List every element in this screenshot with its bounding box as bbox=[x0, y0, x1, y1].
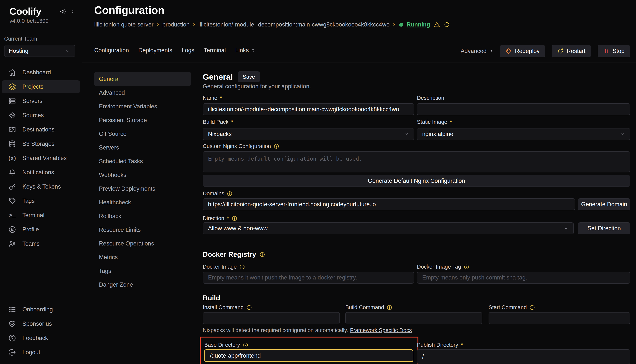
settings-nav-advanced[interactable]: Advanced bbox=[94, 86, 191, 100]
docker-image-input[interactable] bbox=[203, 272, 414, 284]
map-icon bbox=[8, 126, 16, 134]
settings-nav-git-source[interactable]: Git Source bbox=[94, 127, 191, 141]
domains-input[interactable] bbox=[203, 198, 575, 210]
install-command-input[interactable] bbox=[203, 312, 340, 324]
info-icon[interactable] bbox=[464, 264, 469, 270]
settings-nav-servers[interactable]: Servers bbox=[94, 141, 191, 154]
chevron-right-icon: › bbox=[157, 21, 159, 28]
info-icon[interactable] bbox=[232, 216, 237, 221]
sidebar-item-profile[interactable]: Profile bbox=[2, 223, 80, 236]
sidebar-item-notifications[interactable]: Notifications bbox=[2, 166, 80, 179]
breadcrumb-environment[interactable]: production bbox=[162, 21, 189, 28]
sidebar-item-label: Feedback bbox=[22, 335, 48, 342]
tab-configuration[interactable]: Configuration bbox=[94, 47, 129, 54]
users-icon bbox=[8, 240, 16, 248]
sidebar-item-tags[interactable]: Tags bbox=[2, 194, 80, 207]
settings-nav-persistent-storage[interactable]: Persistent Storage bbox=[94, 113, 191, 127]
info-icon[interactable] bbox=[260, 252, 265, 257]
sidebar-item-label: Teams bbox=[22, 240, 40, 247]
generate-nginx-button[interactable]: Generate Default Nginx Configuration bbox=[203, 175, 630, 187]
settings-nav-danger-zone[interactable]: Danger Zone bbox=[94, 278, 191, 292]
name-input[interactable] bbox=[203, 103, 414, 115]
custom-nginx-textarea[interactable] bbox=[203, 152, 630, 172]
settings-nav-environment-variables[interactable]: Environment Variables bbox=[94, 100, 191, 113]
app-logo[interactable]: Coolify bbox=[10, 6, 41, 17]
sidebar-item-servers[interactable]: Servers bbox=[2, 95, 80, 108]
settings-nav-rollback[interactable]: Rollback bbox=[94, 209, 191, 223]
team-select[interactable]: Hosting bbox=[4, 45, 75, 57]
sidebar-item-onboarding[interactable]: Onboarding bbox=[2, 303, 80, 316]
info-icon[interactable] bbox=[239, 264, 245, 270]
settings-nav-metrics[interactable]: Metrics bbox=[94, 250, 191, 264]
description-input[interactable] bbox=[417, 103, 630, 115]
settings-nav-resource-limits[interactable]: Resource Limits bbox=[94, 223, 191, 237]
sidebar-footer-nav: Onboarding Sponsor us Feedback Logout bbox=[0, 303, 82, 360]
install-command-label: Install Command bbox=[203, 304, 252, 310]
build-pack-select[interactable]: Nixpacks bbox=[203, 128, 414, 140]
sidebar-item-label: Projects bbox=[22, 84, 44, 90]
chevron-down-icon bbox=[563, 226, 569, 231]
info-icon[interactable] bbox=[246, 305, 252, 310]
info-icon[interactable] bbox=[387, 305, 392, 310]
tab-deployments[interactable]: Deployments bbox=[138, 47, 172, 54]
theme-toggle-sun-icon[interactable] bbox=[60, 8, 66, 15]
sidebar-item-terminal[interactable]: >_ Terminal bbox=[2, 209, 80, 222]
build-pack-label: Build Pack * bbox=[203, 119, 233, 125]
settings-nav-resource-operations[interactable]: Resource Operations bbox=[94, 237, 191, 250]
settings-nav-preview-deployments[interactable]: Preview Deployments bbox=[94, 182, 191, 196]
docker-image-tag-input[interactable] bbox=[417, 272, 630, 284]
sidebar-item-teams[interactable]: Teams bbox=[2, 238, 80, 250]
settings-nav-webhooks[interactable]: Webhooks bbox=[94, 168, 191, 182]
sidebar-item-dashboard[interactable]: Dashboard bbox=[2, 66, 80, 79]
set-direction-button[interactable]: Set Direction bbox=[578, 222, 630, 234]
heart-hands-icon bbox=[8, 320, 16, 328]
settings-nav-general[interactable]: General bbox=[94, 72, 191, 86]
sidebar-item-destinations[interactable]: Destinations bbox=[2, 123, 80, 136]
info-icon[interactable] bbox=[243, 342, 248, 348]
save-button[interactable]: Save bbox=[238, 71, 260, 82]
settings-nav-healthcheck[interactable]: Healthcheck bbox=[94, 196, 191, 209]
sidebar-item-projects[interactable]: Projects bbox=[2, 80, 80, 93]
info-icon[interactable] bbox=[274, 144, 279, 149]
chevrons-up-down-icon[interactable] bbox=[70, 9, 75, 14]
sidebar-item-keys-tokens[interactable]: Keys & Tokens bbox=[2, 180, 80, 193]
framework-docs-link[interactable]: Framework Specific Docs bbox=[350, 327, 412, 334]
chevron-right-icon: › bbox=[193, 21, 195, 28]
settings-nav-scheduled-tasks[interactable]: Scheduled Tasks bbox=[94, 154, 191, 168]
page-title: Configuration bbox=[94, 4, 164, 16]
publish-directory-input[interactable] bbox=[417, 349, 630, 364]
sidebar: Coolify v4.0.0-beta.399 Current Team Hos… bbox=[0, 0, 82, 364]
static-image-select[interactable]: nginx:alpine bbox=[417, 128, 630, 140]
checklist-icon bbox=[8, 306, 16, 314]
sidebar-item-label: Destinations bbox=[22, 126, 55, 133]
sidebar-item-shared-variables[interactable]: (x) Shared Variables bbox=[2, 152, 80, 164]
sidebar-item-feedback[interactable]: Feedback bbox=[2, 332, 80, 344]
tab-logs[interactable]: Logs bbox=[182, 47, 194, 54]
info-icon[interactable] bbox=[227, 191, 233, 196]
build-command-input[interactable] bbox=[345, 312, 482, 324]
chevron-down-icon bbox=[403, 131, 409, 137]
sidebar-item-label: Tags bbox=[22, 198, 35, 204]
bell-icon bbox=[8, 168, 16, 176]
settings-nav-tags[interactable]: Tags bbox=[94, 264, 191, 278]
logout-icon bbox=[8, 348, 16, 356]
required-marker: * bbox=[450, 119, 452, 125]
sidebar-nav: Dashboard Projects Servers Sources Desti… bbox=[0, 66, 82, 252]
team-select-value: Hosting bbox=[9, 48, 28, 54]
base-directory-input[interactable] bbox=[204, 349, 413, 362]
sidebar-item-logout[interactable]: Logout bbox=[2, 346, 80, 359]
required-marker: * bbox=[231, 119, 233, 125]
sidebar-item-sponsor-us[interactable]: Sponsor us bbox=[2, 318, 80, 330]
sidebar-item-sources[interactable]: Sources bbox=[2, 109, 80, 122]
general-section-header: General Save bbox=[203, 71, 260, 82]
sidebar-item-s3-storages[interactable]: S3 Storages bbox=[2, 138, 80, 150]
start-command-label: Start Command bbox=[489, 304, 535, 310]
breadcrumb-project[interactable]: illicitonion quote server bbox=[94, 21, 153, 28]
info-icon[interactable] bbox=[529, 305, 535, 310]
general-settings-form: General Save General configuration for y… bbox=[203, 0, 630, 364]
section-heading-build: Build bbox=[203, 294, 220, 302]
start-command-input[interactable] bbox=[489, 312, 630, 324]
direction-value: Allow www & non-www. bbox=[208, 225, 269, 232]
generate-domain-button[interactable]: Generate Domain bbox=[578, 198, 630, 210]
direction-select[interactable]: Allow www & non-www. bbox=[203, 222, 574, 234]
